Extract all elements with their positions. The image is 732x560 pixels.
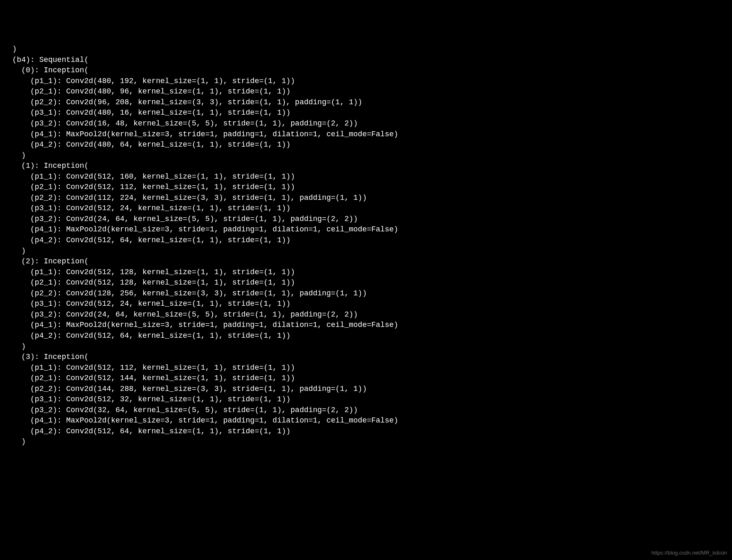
terminal-output: ) (b4): Sequential( (0): Inception( (p1_… — [3, 44, 729, 447]
